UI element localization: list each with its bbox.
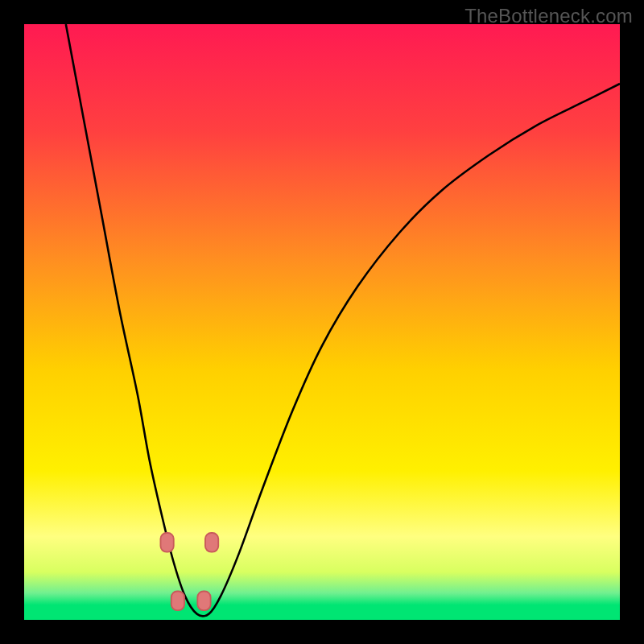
watermark-text: TheBottleneck.com	[464, 5, 633, 27]
bottleneck-curve	[66, 24, 620, 616]
curve-marker	[171, 591, 184, 610]
curve-marker	[197, 591, 210, 610]
curve-marker	[160, 533, 173, 552]
markers-group	[160, 533, 218, 610]
outer-black-frame: TheBottleneck.com	[0, 0, 644, 644]
curve-marker	[205, 533, 218, 552]
curve-layer	[24, 24, 620, 620]
